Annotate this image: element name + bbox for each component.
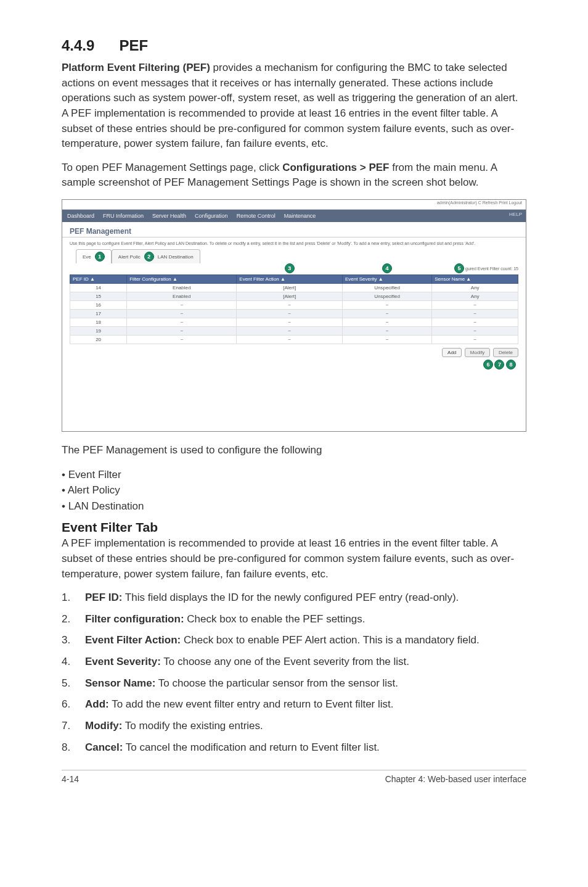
menu-config[interactable]: Configuration [195, 213, 228, 219]
menu-fru[interactable]: FRU Information [103, 213, 144, 219]
table-row[interactable]: 19~~~~ [70, 327, 518, 336]
intro-paragraph-2: To open PEF Management Settings page, cl… [62, 160, 526, 191]
table-row[interactable]: 20~~~~ [70, 336, 518, 344]
callout-4: 4 [382, 263, 392, 273]
col-severity[interactable]: Event Severity ▲ [343, 275, 432, 284]
modify-button[interactable]: Modify [465, 348, 491, 357]
ss-main-menu: Dashboard FRU Information Server Health … [62, 210, 526, 222]
list-item: Alert Policy [62, 482, 526, 498]
list-item: 1.PEF ID: This field displays the ID for… [62, 590, 526, 606]
event-filter-table: 3 4 PEF ID ▲ Filter Configuration ▲ Even… [70, 263, 518, 344]
list-item: 6.Add: To add the new event filter entry… [62, 697, 526, 712]
menu-path: Configurations > PEF [282, 162, 389, 173]
field-list: 1.PEF ID: This field displays the ID for… [62, 590, 526, 755]
callout-7: 7 [494, 360, 504, 369]
intro-paragraph-1: Platform Event Filtering (PEF) provides … [62, 60, 526, 152]
pef-screenshot: admin(Administrator) C Refresh Print Log… [62, 199, 526, 432]
section-heading: 4.4.9PEF [62, 37, 526, 54]
callout-2: 2 [144, 252, 154, 262]
menu-dashboard[interactable]: Dashboard [67, 213, 94, 219]
panel-desc: Use this page to configure Event Filter,… [62, 240, 526, 249]
list-item: 5.Sensor Name: To choose the particular … [62, 676, 526, 691]
list-item: 7.Modify: To modify the existing entries… [62, 719, 526, 734]
list-item: 8.Cancel: To cancel the modification and… [62, 740, 526, 756]
col-pef-id[interactable]: PEF ID ▲ [70, 275, 127, 284]
callout-1: 1 [95, 252, 105, 262]
list-item: Event Filter [62, 467, 526, 483]
filter-count: 5 gured Event Filter count: 15 [454, 263, 518, 273]
callout-8: 8 [506, 360, 516, 369]
callout-5: 5 [454, 263, 464, 273]
list-item: 2.Filter configuration: Check box to ena… [62, 612, 526, 627]
add-button[interactable]: Add [442, 348, 462, 357]
help-link[interactable]: HELP [509, 212, 522, 217]
list-item: LAN Destination [62, 498, 526, 514]
col-action[interactable]: Event Filter Action ▲ [237, 275, 343, 284]
panel-title: PEF Management [62, 222, 526, 237]
intro1-rest: provides a mechanism for configuring the… [62, 62, 518, 149]
menu-remote[interactable]: Remote Control [237, 213, 276, 219]
tab-alert-policy[interactable]: Alert Polic 2 LAN Destination [112, 249, 200, 263]
event-filter-tab-intro: A PEF implementation is recommended to p… [62, 536, 526, 582]
pef-term: Platform Event Filtering (PEF) [62, 62, 210, 73]
callout-6: 6 [483, 360, 493, 369]
section-title: PEF [119, 37, 148, 54]
col-sensor[interactable]: Sensor Name ▲ [432, 275, 518, 284]
table-row[interactable]: 16~~~~ [70, 301, 518, 310]
config-bullet-list: Event Filter Alert Policy LAN Destinatio… [62, 467, 526, 514]
table-row[interactable]: 18~~~~ [70, 318, 518, 327]
list-item: 3.Event Filter Action: Check box to enab… [62, 633, 526, 648]
event-filter-tab-heading: Event Filter Tab [62, 520, 526, 535]
chapter-label: Chapter 4: Web-based user interface [385, 774, 526, 784]
delete-button[interactable]: Delete [493, 348, 518, 357]
after-screenshot-text: The PEF Management is used to configure … [62, 443, 526, 458]
table-row[interactable]: 17~~~~ [70, 310, 518, 318]
table-row[interactable]: 14Enabled[Alert]UnspecifiedAny [70, 284, 518, 292]
ss-tabs: Eve 1 Alert Polic 2 LAN Destination 5 gu… [62, 249, 526, 263]
section-number: 4.4.9 [62, 37, 94, 54]
table-row[interactable]: 15Enabled[Alert]UnspecifiedAny [70, 292, 518, 301]
tab-event-filter[interactable]: Eve 1 [76, 249, 112, 263]
menu-maint[interactable]: Maintenance [284, 213, 316, 219]
col-filter-cfg[interactable]: Filter Configuration ▲ [127, 275, 237, 284]
list-item: 4.Event Severity: To choose any one of t… [62, 654, 526, 670]
menu-health[interactable]: Server Health [152, 213, 186, 219]
page-number: 4-14 [62, 774, 79, 784]
page-footer: 4-14 Chapter 4: Web-based user interface [62, 770, 526, 784]
callout-3: 3 [285, 263, 295, 273]
ss-user-bar: admin(Administrator) C Refresh Print Log… [62, 200, 526, 210]
